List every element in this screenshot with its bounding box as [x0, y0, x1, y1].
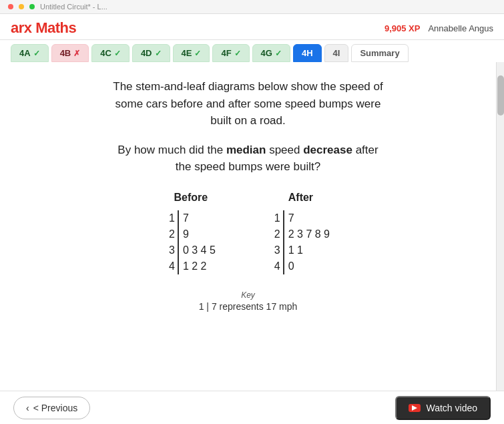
- before-stem-1: 1: [165, 210, 178, 226]
- tab-4B-icon: ✗: [73, 49, 80, 58]
- tab-4D-icon: ✓: [155, 49, 162, 58]
- tab-4E[interactable]: 4E ✓: [173, 44, 210, 62]
- main-content: The stem-and-leaf diagrams below show th…: [0, 62, 496, 424]
- browser-bar: Untitled Circuit* - L...: [0, 0, 504, 14]
- watch-label: Watch video: [426, 403, 477, 413]
- username-display: Annabelle Angus: [428, 23, 493, 33]
- brand-suffix: Maths: [32, 19, 77, 36]
- question-intro: The stem-and-leaf diagrams below show th…: [27, 78, 469, 130]
- after-leaves-1: 7: [284, 210, 331, 226]
- before-row-1: 1 7: [165, 210, 217, 226]
- before-table: 1 7 2 9 3 0 3 4 5 4 1 2: [165, 210, 217, 274]
- after-row-2: 2 2 3 7 8 9: [270, 226, 331, 242]
- before-leaves-2: 9: [178, 226, 217, 242]
- tab-4B-label: 4B: [60, 48, 71, 58]
- diagrams-container: Before 1 7 2 9 3 0 3 4 5: [27, 192, 469, 274]
- before-diagram: Before 1 7 2 9 3 0 3 4 5: [165, 192, 217, 274]
- before-leaves-3: 0 3 4 5: [178, 242, 217, 258]
- tab-4F[interactable]: 4F ✓: [212, 44, 249, 62]
- brand-prefix: arx: [11, 19, 32, 36]
- tab-4I-label: 4I: [333, 48, 340, 58]
- previous-label: < Previous: [33, 403, 78, 413]
- before-leaves-4: 1 2 2: [178, 258, 217, 274]
- tab-summary[interactable]: Summary: [351, 44, 408, 62]
- previous-chevron-icon: ‹: [26, 403, 29, 413]
- question-bold-decrease: decrease: [303, 144, 352, 156]
- after-stem-3: 3: [270, 242, 284, 258]
- tab-4G-icon: ✓: [275, 49, 282, 58]
- tab-4C-label: 4C: [100, 48, 111, 58]
- youtube-icon: [409, 404, 421, 412]
- key-box: Key 1 | 7 represents 17 mph: [27, 290, 469, 312]
- tab-4A[interactable]: 4A ✓: [11, 44, 49, 62]
- question-main: By how much did the median speed decreas…: [27, 142, 469, 176]
- previous-button[interactable]: ‹ < Previous: [13, 397, 90, 419]
- tab-4D-label: 4D: [141, 48, 152, 58]
- top-bar: arx Maths 9,905 XP Annabelle Angus: [0, 14, 504, 40]
- after-stem-4: 4: [270, 258, 284, 274]
- tab-4E-label: 4E: [182, 48, 192, 58]
- tab-4C-icon: ✓: [114, 49, 121, 58]
- tab-bar: 4A ✓ 4B ✗ 4C ✓ 4D ✓ 4E ✓ 4F ✓ 4G ✓ 4H 4I…: [0, 40, 504, 62]
- before-stem-3: 3: [165, 242, 178, 258]
- brand-title: arx Maths: [11, 19, 76, 37]
- after-row-4: 4 0: [270, 258, 331, 274]
- before-title: Before: [165, 192, 217, 204]
- browser-close: [8, 4, 13, 9]
- tab-4A-icon: ✓: [33, 49, 40, 58]
- key-label: Key: [27, 290, 469, 300]
- after-diagram: After 1 7 2 2 3 7 8 9 3 1 1: [270, 192, 331, 274]
- after-table: 1 7 2 2 3 7 8 9 3 1 1 4: [270, 210, 331, 274]
- brand-area: arx Maths: [11, 19, 76, 37]
- tab-summary-label: Summary: [360, 48, 399, 58]
- tab-4C[interactable]: 4C ✓: [91, 44, 130, 62]
- tab-4F-icon: ✓: [234, 49, 241, 58]
- after-title: After: [270, 192, 331, 204]
- scrollbar-track[interactable]: [496, 62, 504, 424]
- user-info: 9,905 XP Annabelle Angus: [385, 23, 493, 33]
- watch-video-button[interactable]: Watch video: [395, 396, 491, 420]
- browser-maximize: [29, 4, 35, 9]
- key-value: 1 | 7 represents 17 mph: [27, 301, 469, 312]
- tab-4F-label: 4F: [221, 48, 231, 58]
- after-row-1: 1 7: [270, 210, 331, 226]
- after-leaves-2: 2 3 7 8 9: [284, 226, 331, 242]
- tab-4G-label: 4G: [261, 48, 272, 58]
- after-stem-1: 1: [270, 210, 284, 226]
- tab-4I[interactable]: 4I: [324, 44, 349, 62]
- before-leaves-1: 7: [178, 210, 217, 226]
- before-stem-2: 2: [165, 226, 178, 242]
- tab-4H-label: 4H: [302, 48, 313, 58]
- question-bold-median: median: [226, 144, 266, 156]
- before-row-3: 3 0 3 4 5: [165, 242, 217, 258]
- tab-4A-label: 4A: [19, 48, 31, 58]
- after-stem-2: 2: [270, 226, 284, 242]
- tab-4D[interactable]: 4D ✓: [132, 44, 170, 62]
- browser-tab-label: Untitled Circuit* - L...: [40, 3, 107, 11]
- scrollbar-thumb[interactable]: [497, 75, 504, 116]
- tab-4B[interactable]: 4B ✗: [51, 44, 89, 62]
- before-stem-4: 4: [165, 258, 178, 274]
- after-leaves-4: 0: [284, 258, 331, 274]
- browser-minimize: [19, 4, 24, 9]
- after-row-3: 3 1 1: [270, 242, 331, 258]
- bottom-bar: ‹ < Previous Watch video: [0, 391, 504, 424]
- tab-4E-icon: ✓: [194, 49, 201, 58]
- before-row-2: 2 9: [165, 226, 217, 242]
- content-wrapper: The stem-and-leaf diagrams below show th…: [0, 62, 504, 424]
- tab-4G[interactable]: 4G ✓: [252, 44, 290, 62]
- before-row-4: 4 1 2 2: [165, 258, 217, 274]
- xp-display: 9,905 XP: [385, 23, 421, 33]
- after-leaves-3: 1 1: [284, 242, 331, 258]
- tab-4H[interactable]: 4H: [293, 44, 322, 62]
